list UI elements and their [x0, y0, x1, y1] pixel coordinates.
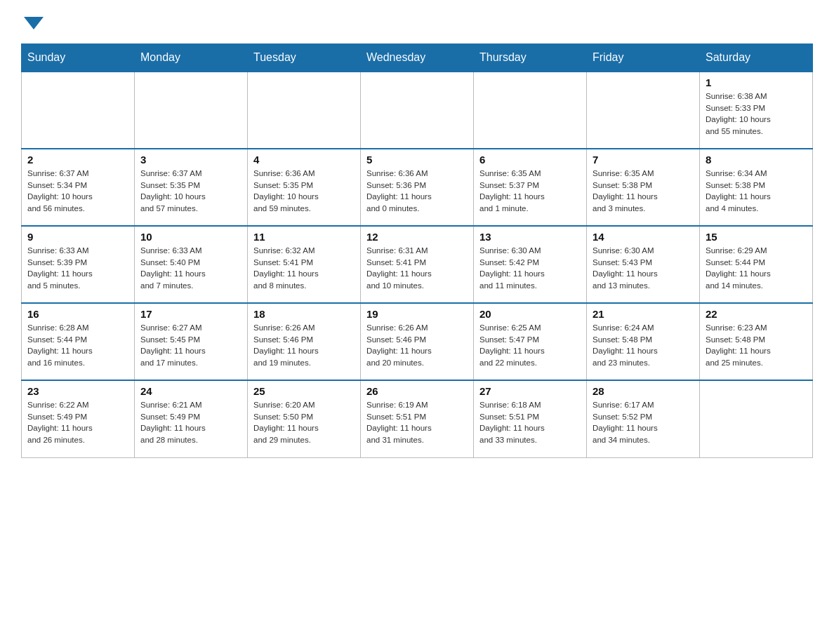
- day-info: Sunrise: 6:37 AM Sunset: 5:35 PM Dayligh…: [140, 168, 241, 215]
- calendar-cell: 13Sunrise: 6:30 AM Sunset: 5:42 PM Dayli…: [474, 226, 587, 303]
- calendar-header-row: SundayMondayTuesdayWednesdayThursdayFrid…: [22, 44, 813, 72]
- day-info: Sunrise: 6:22 AM Sunset: 5:49 PM Dayligh…: [27, 399, 128, 446]
- calendar-cell: [135, 72, 248, 149]
- day-header-monday: Monday: [135, 44, 248, 72]
- page-header: [21, 14, 813, 29]
- calendar-table: SundayMondayTuesdayWednesdayThursdayFrid…: [21, 43, 813, 458]
- day-number: 17: [140, 308, 241, 320]
- calendar-cell: [361, 72, 474, 149]
- calendar-week-row: 2Sunrise: 6:37 AM Sunset: 5:34 PM Daylig…: [22, 149, 813, 226]
- day-info: Sunrise: 6:21 AM Sunset: 5:49 PM Dayligh…: [140, 399, 241, 446]
- day-number: 4: [253, 154, 355, 166]
- calendar-cell: [700, 380, 813, 457]
- day-number: 8: [706, 154, 807, 166]
- day-number: 9: [27, 231, 128, 243]
- day-number: 2: [27, 154, 128, 166]
- calendar-cell: 4Sunrise: 6:36 AM Sunset: 5:35 PM Daylig…: [248, 149, 361, 226]
- calendar-cell: 7Sunrise: 6:35 AM Sunset: 5:38 PM Daylig…: [587, 149, 700, 226]
- calendar-cell: 11Sunrise: 6:32 AM Sunset: 5:41 PM Dayli…: [248, 226, 361, 303]
- day-info: Sunrise: 6:36 AM Sunset: 5:36 PM Dayligh…: [366, 168, 468, 215]
- day-number: 13: [479, 231, 581, 243]
- day-number: 20: [479, 308, 581, 320]
- day-info: Sunrise: 6:30 AM Sunset: 5:42 PM Dayligh…: [479, 245, 581, 292]
- logo: [21, 14, 44, 29]
- logo-arrow-icon: [24, 17, 44, 29]
- calendar-week-row: 16Sunrise: 6:28 AM Sunset: 5:44 PM Dayli…: [22, 303, 813, 380]
- calendar-cell: 18Sunrise: 6:26 AM Sunset: 5:46 PM Dayli…: [248, 303, 361, 380]
- calendar-cell: 23Sunrise: 6:22 AM Sunset: 5:49 PM Dayli…: [22, 380, 135, 457]
- day-number: 5: [366, 154, 468, 166]
- calendar-week-row: 9Sunrise: 6:33 AM Sunset: 5:39 PM Daylig…: [22, 226, 813, 303]
- calendar-cell: [474, 72, 587, 149]
- day-header-wednesday: Wednesday: [361, 44, 474, 72]
- calendar-cell: 12Sunrise: 6:31 AM Sunset: 5:41 PM Dayli…: [361, 226, 474, 303]
- day-info: Sunrise: 6:33 AM Sunset: 5:40 PM Dayligh…: [140, 245, 241, 292]
- day-info: Sunrise: 6:25 AM Sunset: 5:47 PM Dayligh…: [479, 322, 581, 369]
- calendar-cell: 28Sunrise: 6:17 AM Sunset: 5:52 PM Dayli…: [587, 380, 700, 457]
- calendar-week-row: 1Sunrise: 6:38 AM Sunset: 5:33 PM Daylig…: [22, 72, 813, 149]
- day-info: Sunrise: 6:33 AM Sunset: 5:39 PM Dayligh…: [27, 245, 128, 292]
- day-number: 27: [479, 385, 581, 397]
- day-header-thursday: Thursday: [474, 44, 587, 72]
- day-header-tuesday: Tuesday: [248, 44, 361, 72]
- day-header-friday: Friday: [587, 44, 700, 72]
- calendar-cell: 5Sunrise: 6:36 AM Sunset: 5:36 PM Daylig…: [361, 149, 474, 226]
- day-info: Sunrise: 6:28 AM Sunset: 5:44 PM Dayligh…: [27, 322, 128, 369]
- calendar-cell: 26Sunrise: 6:19 AM Sunset: 5:51 PM Dayli…: [361, 380, 474, 457]
- calendar-cell: 27Sunrise: 6:18 AM Sunset: 5:51 PM Dayli…: [474, 380, 587, 457]
- day-number: 14: [593, 231, 694, 243]
- calendar-cell: 9Sunrise: 6:33 AM Sunset: 5:39 PM Daylig…: [22, 226, 135, 303]
- day-number: 12: [366, 231, 468, 243]
- day-info: Sunrise: 6:35 AM Sunset: 5:37 PM Dayligh…: [479, 168, 581, 215]
- day-number: 19: [366, 308, 468, 320]
- calendar-cell: 20Sunrise: 6:25 AM Sunset: 5:47 PM Dayli…: [474, 303, 587, 380]
- calendar-cell: 8Sunrise: 6:34 AM Sunset: 5:38 PM Daylig…: [700, 149, 813, 226]
- calendar-cell: [587, 72, 700, 149]
- day-number: 28: [593, 385, 694, 397]
- day-info: Sunrise: 6:36 AM Sunset: 5:35 PM Dayligh…: [253, 168, 355, 215]
- day-number: 21: [593, 308, 694, 320]
- calendar-cell: 3Sunrise: 6:37 AM Sunset: 5:35 PM Daylig…: [135, 149, 248, 226]
- day-info: Sunrise: 6:30 AM Sunset: 5:43 PM Dayligh…: [593, 245, 694, 292]
- calendar-cell: 17Sunrise: 6:27 AM Sunset: 5:45 PM Dayli…: [135, 303, 248, 380]
- calendar-cell: 24Sunrise: 6:21 AM Sunset: 5:49 PM Dayli…: [135, 380, 248, 457]
- day-number: 23: [27, 385, 128, 397]
- day-number: 26: [366, 385, 468, 397]
- day-number: 1: [706, 76, 807, 88]
- calendar-cell: 14Sunrise: 6:30 AM Sunset: 5:43 PM Dayli…: [587, 226, 700, 303]
- calendar-cell: 1Sunrise: 6:38 AM Sunset: 5:33 PM Daylig…: [700, 72, 813, 149]
- calendar-cell: 10Sunrise: 6:33 AM Sunset: 5:40 PM Dayli…: [135, 226, 248, 303]
- day-info: Sunrise: 6:19 AM Sunset: 5:51 PM Dayligh…: [366, 399, 468, 446]
- day-info: Sunrise: 6:29 AM Sunset: 5:44 PM Dayligh…: [706, 245, 807, 292]
- calendar-cell: 19Sunrise: 6:26 AM Sunset: 5:46 PM Dayli…: [361, 303, 474, 380]
- day-header-sunday: Sunday: [22, 44, 135, 72]
- day-info: Sunrise: 6:31 AM Sunset: 5:41 PM Dayligh…: [366, 245, 468, 292]
- calendar-cell: [22, 72, 135, 149]
- calendar-cell: 22Sunrise: 6:23 AM Sunset: 5:48 PM Dayli…: [700, 303, 813, 380]
- day-number: 7: [593, 154, 694, 166]
- day-number: 22: [706, 308, 807, 320]
- day-number: 3: [140, 154, 241, 166]
- day-number: 11: [253, 231, 355, 243]
- day-info: Sunrise: 6:20 AM Sunset: 5:50 PM Dayligh…: [253, 399, 355, 446]
- day-number: 18: [253, 308, 355, 320]
- calendar-cell: 2Sunrise: 6:37 AM Sunset: 5:34 PM Daylig…: [22, 149, 135, 226]
- calendar-cell: [248, 72, 361, 149]
- day-info: Sunrise: 6:27 AM Sunset: 5:45 PM Dayligh…: [140, 322, 241, 369]
- calendar-week-row: 23Sunrise: 6:22 AM Sunset: 5:49 PM Dayli…: [22, 380, 813, 457]
- calendar-cell: 6Sunrise: 6:35 AM Sunset: 5:37 PM Daylig…: [474, 149, 587, 226]
- day-header-saturday: Saturday: [700, 44, 813, 72]
- day-info: Sunrise: 6:23 AM Sunset: 5:48 PM Dayligh…: [706, 322, 807, 369]
- day-info: Sunrise: 6:32 AM Sunset: 5:41 PM Dayligh…: [253, 245, 355, 292]
- calendar-cell: 16Sunrise: 6:28 AM Sunset: 5:44 PM Dayli…: [22, 303, 135, 380]
- day-info: Sunrise: 6:18 AM Sunset: 5:51 PM Dayligh…: [479, 399, 581, 446]
- day-info: Sunrise: 6:34 AM Sunset: 5:38 PM Dayligh…: [706, 168, 807, 215]
- day-number: 25: [253, 385, 355, 397]
- day-info: Sunrise: 6:17 AM Sunset: 5:52 PM Dayligh…: [593, 399, 694, 446]
- day-number: 6: [479, 154, 581, 166]
- day-info: Sunrise: 6:37 AM Sunset: 5:34 PM Dayligh…: [27, 168, 128, 215]
- day-info: Sunrise: 6:38 AM Sunset: 5:33 PM Dayligh…: [706, 90, 807, 137]
- calendar-cell: 21Sunrise: 6:24 AM Sunset: 5:48 PM Dayli…: [587, 303, 700, 380]
- day-info: Sunrise: 6:26 AM Sunset: 5:46 PM Dayligh…: [366, 322, 468, 369]
- day-number: 10: [140, 231, 241, 243]
